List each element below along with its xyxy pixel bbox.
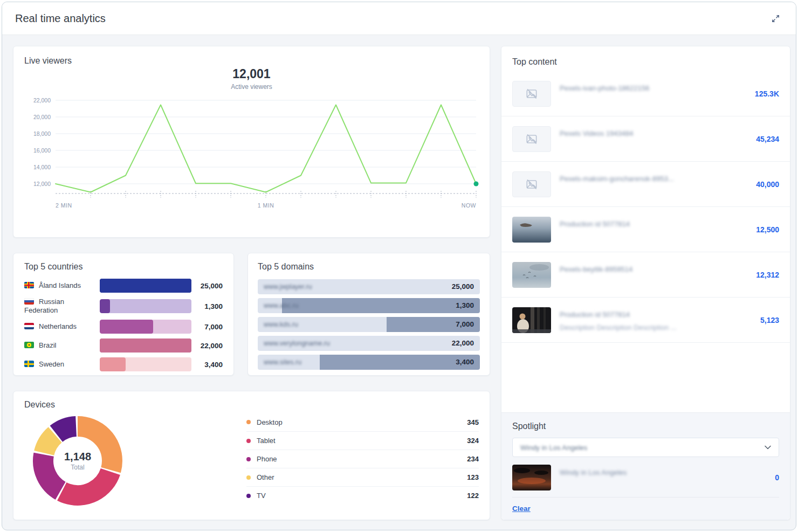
domain-name: www.verylongname.ru bbox=[264, 336, 330, 351]
aland-flag-icon bbox=[24, 282, 34, 288]
right-column: Top content Pexels-ivan-photo-1862215612… bbox=[501, 46, 790, 520]
spotlight-section: Spotlight Windy in Los Angeles Windy in … bbox=[501, 412, 790, 520]
content-info: Pexels-beytlik-8959514 bbox=[560, 265, 749, 273]
content-row[interactable]: Production id 507781412,500 bbox=[501, 207, 790, 252]
device-label: Desktop bbox=[257, 418, 283, 426]
live-viewers-panel: Live viewers 12,001 Active viewers 22,00… bbox=[13, 46, 490, 238]
devices-donut-chart bbox=[32, 415, 123, 507]
content-views-link[interactable]: 5,123 bbox=[760, 316, 779, 324]
country-name: Åland Islands bbox=[39, 281, 81, 289]
x-axis-tick-label: 1 MIN bbox=[258, 202, 274, 209]
spotlight-title: Spotlight bbox=[512, 422, 779, 431]
content-row[interactable]: Pexels-maksim-goncharenok-8953...40,000 bbox=[501, 162, 790, 207]
top-countries-panel: Top 5 countries Åland Islands25,000Russi… bbox=[13, 253, 234, 376]
domain-name: www.abc.ru bbox=[264, 298, 299, 313]
content-title: Pexels-beytlik-8959514 bbox=[560, 265, 749, 273]
spotlight-select[interactable]: Windy in Los Angeles bbox=[512, 438, 779, 457]
content-views-link[interactable]: 40,000 bbox=[756, 180, 779, 189]
active-viewers-label: Active viewers bbox=[24, 83, 479, 91]
domain-row: www.kds.ru7,000 bbox=[258, 317, 480, 332]
current-value-dot bbox=[474, 181, 479, 186]
country-bar bbox=[100, 357, 191, 371]
country-row: Netherlands7,000 bbox=[24, 320, 223, 334]
country-bar-fill bbox=[100, 338, 191, 353]
device-value: 122 bbox=[266, 492, 479, 500]
content-title: Production id 5077814 bbox=[560, 310, 754, 319]
legend-dot bbox=[246, 494, 251, 498]
spotlight-clear-link[interactable]: Clear bbox=[512, 505, 531, 513]
russia-flag-icon bbox=[24, 298, 34, 305]
legend-dot bbox=[246, 420, 251, 424]
country-bar-fill bbox=[100, 320, 153, 334]
y-axis-tick-label: 20,000 bbox=[33, 114, 51, 120]
content-views-link[interactable]: 45,234 bbox=[756, 135, 779, 143]
device-label: TV bbox=[257, 492, 266, 500]
country-value: 3,400 bbox=[191, 361, 223, 369]
top-content-list: Pexels-ivan-photo-18622156125.3KPexels V… bbox=[501, 71, 790, 343]
sweden-flag-icon bbox=[24, 361, 34, 367]
devices-legend: Desktop345Tablet324Phone234Other123TV122 bbox=[246, 413, 479, 507]
content-row[interactable]: Pexels Videos 194348445,234 bbox=[501, 116, 790, 162]
content-title: Pexels-ivan-photo-18622156 bbox=[560, 84, 748, 92]
dashboard-content: Live viewers 12,001 Active viewers 22,00… bbox=[2, 35, 796, 530]
top-domains-list: www.jwplayer.ru25,000www.abc.ru1,300www.… bbox=[258, 279, 480, 370]
content-thumbnail bbox=[512, 307, 551, 333]
x-axis-tick-label: 2 MIN bbox=[56, 202, 72, 209]
legend-row: Phone234 bbox=[246, 450, 479, 468]
country-label: Åland Islands bbox=[24, 281, 100, 290]
content-views-link[interactable]: 125.3K bbox=[755, 89, 779, 98]
domain-value: 7,000 bbox=[456, 317, 474, 332]
country-name: Netherlands bbox=[39, 322, 77, 330]
country-row: Brazil22,000 bbox=[24, 338, 223, 353]
content-row[interactable]: Production id 5077814Description Descrip… bbox=[501, 298, 790, 343]
expand-icon bbox=[771, 14, 780, 23]
devices-body: 1,148 Total Desktop345Tablet324Phone234O… bbox=[24, 411, 479, 507]
device-label: Phone bbox=[257, 455, 277, 463]
content-row[interactable]: Pexels-beytlik-895951412,312 bbox=[501, 252, 790, 298]
country-label: Brazil bbox=[24, 341, 100, 350]
domain-row: www.jwplayer.ru25,000 bbox=[258, 279, 480, 294]
top-content-title: Top content bbox=[501, 46, 790, 71]
device-value: 123 bbox=[274, 473, 479, 481]
spotlight-views-link[interactable]: 0 bbox=[775, 473, 779, 482]
y-axis-tick-label: 18,000 bbox=[33, 130, 51, 137]
content-thumbnail bbox=[512, 217, 551, 243]
devices-panel: Devices 1,148 Total Desktop345Tablet324P… bbox=[13, 391, 490, 520]
domain-name: www.kds.ru bbox=[264, 317, 298, 332]
spotlight-item-row[interactable]: Windy in Los Angeles 0 bbox=[512, 457, 779, 498]
content-title: Pexels-maksim-goncharenok-8953... bbox=[560, 175, 749, 183]
devices-title: Devices bbox=[24, 400, 479, 410]
middle-row: Top 5 countries Åland Islands25,000Russi… bbox=[13, 253, 490, 376]
content-views-link[interactable]: 12,500 bbox=[756, 225, 779, 234]
content-description: Description Description Description ... bbox=[560, 323, 754, 331]
brazil-flag-icon bbox=[24, 342, 34, 348]
sky-photo bbox=[512, 262, 551, 288]
legend-dot bbox=[246, 457, 251, 461]
country-bar-fill bbox=[100, 279, 191, 293]
y-axis-tick-label: 12,000 bbox=[33, 181, 51, 187]
device-value: 345 bbox=[283, 418, 479, 426]
spotlight-thumbnail bbox=[512, 465, 551, 490]
spotlight-item-title: Windy in Los Angeles bbox=[560, 468, 775, 476]
country-row: Sweden3,400 bbox=[24, 357, 223, 371]
country-bar-fill bbox=[100, 299, 110, 313]
active-viewers-count: 12,001 bbox=[24, 67, 479, 81]
country-name: Sweden bbox=[39, 360, 64, 368]
legend-row: TV122 bbox=[246, 486, 479, 505]
x-axis-tick-label: NOW bbox=[462, 202, 476, 209]
device-value: 234 bbox=[277, 455, 479, 463]
spacer bbox=[501, 343, 790, 412]
country-label: Netherlands bbox=[24, 322, 100, 331]
top-countries-title: Top 5 countries bbox=[24, 262, 223, 272]
domain-row: www.abc.ru1,300 bbox=[258, 298, 480, 313]
content-row[interactable]: Pexels-ivan-photo-18622156125.3K bbox=[501, 71, 790, 116]
sea-photo bbox=[512, 217, 551, 243]
country-bar-fill bbox=[100, 357, 126, 371]
domain-row: www.sites.ru3,400 bbox=[258, 355, 480, 370]
country-value: 1,300 bbox=[191, 302, 223, 310]
legend-row: Other123 bbox=[246, 468, 479, 486]
content-views-link[interactable]: 12,312 bbox=[756, 271, 779, 279]
active-viewers-block: 12,001 Active viewers bbox=[24, 67, 479, 91]
expand-button[interactable] bbox=[770, 13, 781, 24]
content-thumbnail bbox=[512, 171, 551, 197]
